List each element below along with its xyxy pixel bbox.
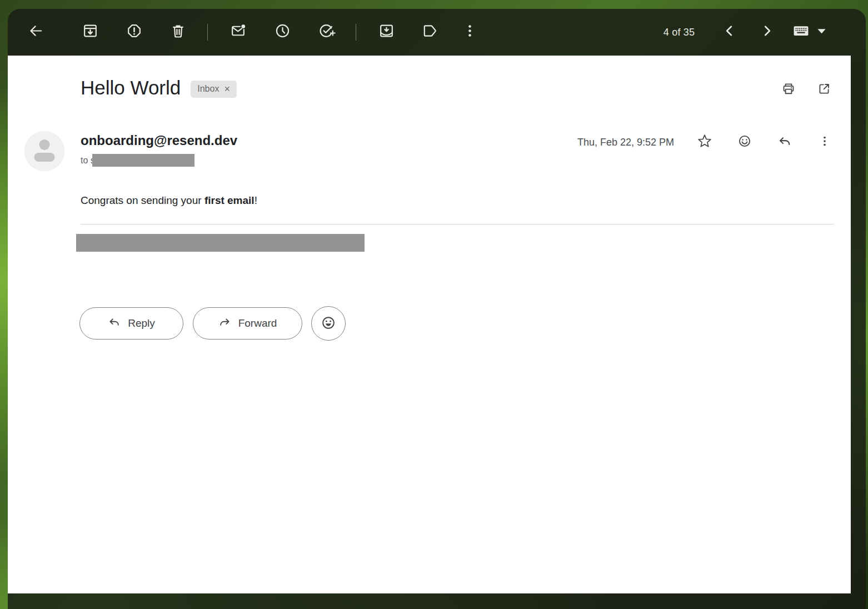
chevron-right-icon	[759, 22, 776, 41]
reply-arrow-icon	[777, 134, 792, 150]
add-to-tasks-icon	[318, 22, 336, 41]
archive-icon	[82, 22, 99, 41]
move-to-button[interactable]	[373, 18, 400, 45]
open-in-new-icon	[817, 82, 831, 98]
add-to-tasks-button[interactable]	[313, 18, 340, 45]
forward-button[interactable]: Forward	[193, 307, 302, 340]
email-card: Hello World Inbox × onboarding@resend.de…	[8, 56, 851, 593]
reply-button-label: Reply	[128, 317, 155, 330]
email-subject: Hello World	[81, 76, 181, 100]
message-toolbar: 4 of 35	[8, 9, 866, 56]
toolbar-separator	[356, 24, 356, 41]
remove-label-icon[interactable]: ×	[224, 84, 230, 94]
chevron-left-icon	[721, 22, 738, 41]
star-icon	[697, 134, 712, 150]
back-button[interactable]	[22, 18, 49, 45]
recipient-row[interactable]: to s	[81, 154, 194, 167]
emoji-reaction-button[interactable]	[731, 128, 758, 155]
report-spam-icon	[126, 22, 143, 41]
delete-icon	[169, 22, 187, 41]
body-text: Congrats on sending your	[81, 194, 204, 206]
input-tools-button[interactable]	[785, 18, 838, 45]
pagination-count: 4 of 35	[646, 9, 712, 56]
inbox-label-chip[interactable]: Inbox ×	[191, 81, 237, 98]
labels-button[interactable]	[416, 18, 443, 45]
report-spam-button[interactable]	[121, 18, 147, 45]
more-options-button[interactable]	[456, 18, 483, 45]
email-body: Congrats on sending your first email!	[81, 194, 257, 207]
newer-button[interactable]	[716, 18, 742, 45]
open-in-new-button[interactable]	[811, 76, 837, 103]
emoji-reply-button[interactable]	[311, 306, 346, 341]
mark-unread-icon	[230, 22, 247, 41]
older-button[interactable]	[754, 18, 780, 45]
gmail-window: 4 of 35 Hello World Inbox ×	[8, 9, 866, 609]
sender-email[interactable]: onboarding@resend.dev	[81, 133, 237, 148]
more-vert-icon	[461, 22, 478, 41]
reply-button-header[interactable]	[771, 128, 798, 155]
redacted-content	[76, 234, 365, 252]
smiley-icon	[737, 134, 752, 150]
reply-arrow-icon	[108, 316, 121, 331]
subject-row: Hello World Inbox ×	[81, 76, 237, 100]
delete-button[interactable]	[164, 18, 191, 45]
forward-arrow-icon	[218, 316, 231, 331]
move-to-icon	[378, 22, 395, 41]
back-arrow-icon	[27, 22, 44, 41]
toolbar-separator	[207, 24, 208, 41]
archive-button[interactable]	[77, 18, 103, 45]
more-vert-icon	[817, 134, 832, 150]
person-icon	[24, 131, 64, 171]
email-date: Thu, Feb 22, 9:52 PM	[577, 137, 674, 148]
dropdown-triangle-icon	[813, 22, 830, 41]
snooze-button[interactable]	[269, 18, 296, 45]
keyboard-icon	[792, 22, 810, 41]
reply-button[interactable]: Reply	[79, 307, 183, 340]
print-button[interactable]	[775, 76, 802, 103]
smiley-icon	[321, 315, 336, 332]
mark-unread-button[interactable]	[225, 18, 251, 45]
body-bold-text: first email	[204, 194, 255, 206]
star-button[interactable]	[691, 128, 718, 155]
sender-avatar[interactable]	[24, 131, 64, 171]
message-more-options-button[interactable]	[811, 128, 838, 155]
redacted-recipient	[92, 154, 194, 167]
forward-button-label: Forward	[238, 317, 277, 330]
print-icon	[781, 82, 796, 98]
snooze-clock-icon	[274, 22, 291, 41]
body-divider	[81, 224, 834, 224]
body-suffix: !	[255, 194, 257, 206]
label-tag-icon	[421, 22, 438, 41]
inbox-label-text: Inbox	[197, 84, 219, 94]
